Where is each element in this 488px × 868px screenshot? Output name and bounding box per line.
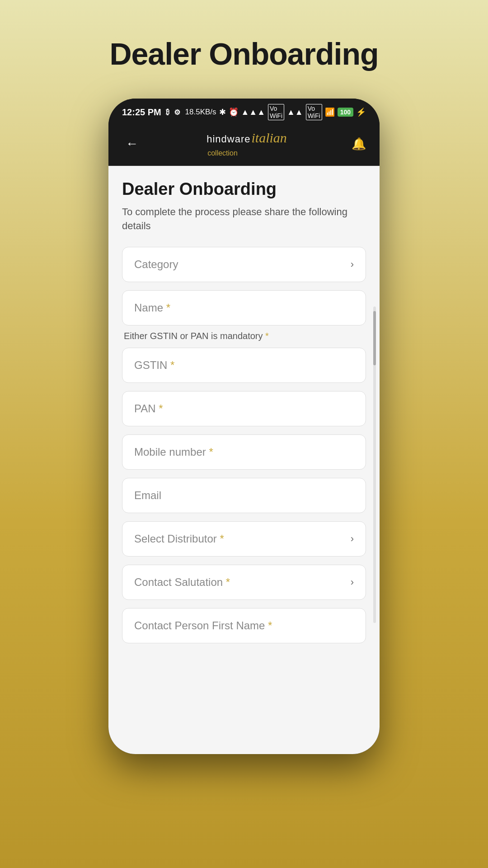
back-button[interactable]: ← (122, 133, 142, 155)
bitcoin-icon: ₿ (166, 108, 169, 116)
bluetooth-icon: ✱ (219, 107, 226, 117)
data-speed: 18.5KB/s (185, 108, 216, 117)
salutation-chevron-icon: › (351, 576, 354, 588)
firstname-label: Contact Person First Name * (134, 619, 272, 632)
distributor-chevron-icon: › (351, 533, 354, 545)
distributor-required-marker: * (220, 533, 224, 545)
salutation-field[interactable]: Contact Salutation * › (122, 565, 366, 600)
name-required-marker: * (166, 302, 170, 314)
status-bar: 12:25 PM ₿ ⚙ 18.5KB/s ✱ ⏰ ▲▲▲ VoWiFi ▲▲ … (108, 99, 380, 124)
logo-group: hindware italian collection (206, 130, 287, 157)
logo-top-row: hindware italian (206, 130, 287, 146)
notification-bell-button[interactable]: 🔔 (352, 137, 366, 151)
distributor-label: Select Distributor * (134, 533, 224, 545)
salutation-label: Contact Salutation * (134, 576, 230, 589)
wifi-label-1: VoWiFi (268, 104, 284, 120)
firstname-required-marker: * (268, 619, 272, 632)
settings-icon: ⚙ (174, 108, 180, 117)
logo-collection-text: collection (207, 149, 238, 157)
salutation-required-marker: * (226, 576, 230, 588)
signal-icon: ▲▲▲ (241, 108, 265, 117)
name-label: Name * (134, 302, 170, 314)
category-chevron-icon: › (351, 259, 354, 270)
logo-container: hindware italian collection (206, 130, 287, 157)
mobile-label: Mobile number * (134, 446, 213, 458)
mobile-required-marker: * (209, 446, 213, 458)
logo-italian-text: italian (251, 130, 286, 146)
pan-field[interactable]: PAN * (122, 391, 366, 426)
form-content-area: Dealer Onboarding To complete the proces… (108, 166, 380, 754)
email-label: Email (134, 489, 161, 502)
gstin-pan-helper: Either GSTIN or PAN is mandatory * (122, 331, 366, 341)
gstin-field[interactable]: GSTIN * (122, 348, 366, 383)
form-title: Dealer Onboarding (122, 179, 366, 199)
logo-hindware-text: hindware (206, 133, 250, 145)
charging-icon: ⚡ (356, 107, 366, 117)
phone-frame: 12:25 PM ₿ ⚙ 18.5KB/s ✱ ⏰ ▲▲▲ VoWiFi ▲▲ … (108, 99, 380, 754)
status-left: 12:25 PM ₿ ⚙ (122, 107, 180, 118)
app-header: ← hindware italian collection 🔔 (108, 124, 380, 166)
form-subtitle: To complete the process please share the… (122, 205, 366, 233)
scrollbar-thumb[interactable] (373, 311, 376, 365)
battery-indicator: 100 (338, 108, 353, 117)
scrollbar-track[interactable] (373, 307, 376, 623)
page-title: Dealer Onboarding (109, 36, 378, 71)
category-label: Category (134, 258, 178, 271)
status-right: 18.5KB/s ✱ ⏰ ▲▲▲ VoWiFi ▲▲ VoWiFi 📶 100 … (185, 104, 366, 120)
pan-required-marker: * (159, 402, 163, 415)
pan-label: PAN * (134, 402, 163, 415)
mobile-field[interactable]: Mobile number * (122, 434, 366, 470)
category-field[interactable]: Category › (122, 247, 366, 282)
gstin-label: GSTIN * (134, 359, 174, 372)
distributor-field[interactable]: Select Distributor * › (122, 521, 366, 557)
time-display: 12:25 PM (122, 107, 161, 118)
alarm-icon: ⏰ (229, 107, 239, 117)
gstin-required-marker: * (170, 359, 174, 371)
wifi-icon: 📶 (325, 107, 335, 117)
firstname-field[interactable]: Contact Person First Name * (122, 608, 366, 643)
wifi-label-2: VoWiFi (306, 104, 322, 120)
email-field[interactable]: Email (122, 478, 366, 513)
name-field[interactable]: Name * (122, 290, 366, 326)
signal-icon-2: ▲▲ (287, 108, 303, 117)
helper-required-marker: * (265, 331, 269, 341)
